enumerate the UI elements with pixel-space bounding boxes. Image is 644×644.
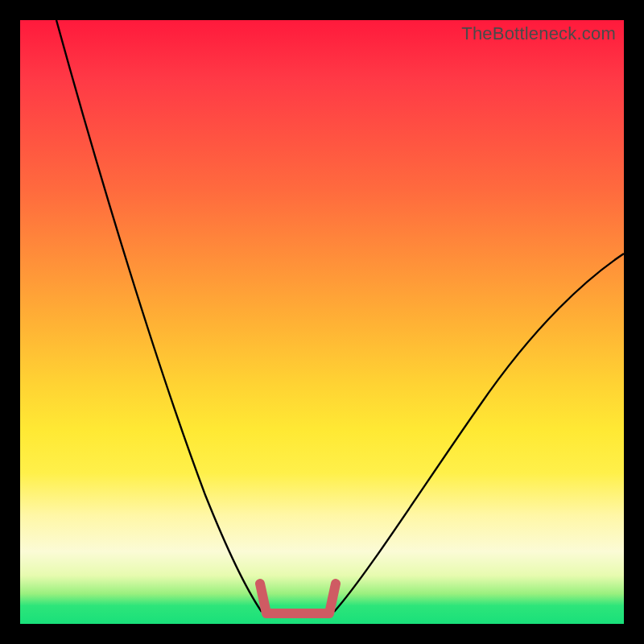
watermark-text: TheBottleneck.com — [461, 23, 616, 44]
curve-overlay — [20, 20, 624, 624]
chart-stage: TheBottleneck.com — [0, 0, 644, 644]
gradient-plot-area: TheBottleneck.com — [20, 20, 624, 624]
left-curve — [56, 20, 262, 612]
right-curve — [334, 254, 624, 612]
bottom-bracket — [260, 584, 336, 613]
